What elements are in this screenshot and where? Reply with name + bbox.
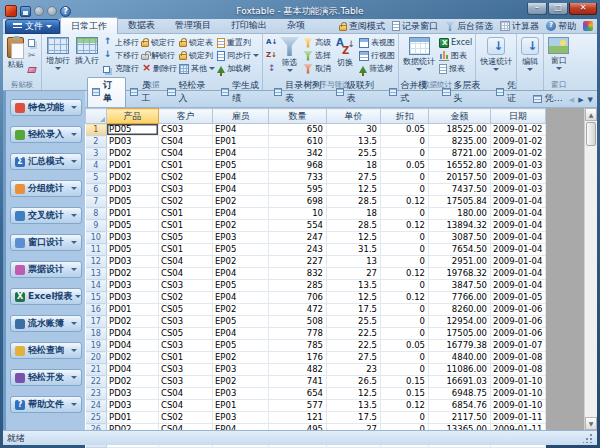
grid-cell[interactable]: 0.15 — [381, 376, 429, 388]
grid-cell[interactable]: 0 — [381, 208, 429, 220]
row-number[interactable]: 20 — [86, 352, 107, 364]
grid-cell[interactable]: 2009-01-04 — [491, 220, 546, 232]
button-克隆行[interactable]: 克隆行 — [102, 62, 140, 75]
grid-cell[interactable]: 2951.00 — [429, 256, 491, 268]
grid-cell[interactable]: 16779.38 — [429, 340, 491, 352]
add-row-button[interactable]: 增加行 — [44, 36, 72, 71]
sort-asc-button[interactable] — [265, 36, 277, 49]
grid-cell[interactable]: EP04 — [213, 124, 269, 136]
help-icon[interactable]: ? — [60, 6, 71, 17]
row-number[interactable]: 19 — [86, 340, 107, 352]
grid-cell[interactable]: 0.15 — [381, 388, 429, 400]
row-number[interactable]: 25 — [86, 412, 107, 424]
row-number[interactable]: 8 — [86, 208, 107, 220]
grid-cell[interactable]: CS01 — [159, 220, 213, 232]
grid-cell[interactable]: CS03 — [159, 280, 213, 292]
grid-cell[interactable]: CS02 — [159, 196, 213, 208]
grid-cell[interactable]: 13.5 — [327, 400, 381, 412]
scrollbar-thumb[interactable] — [586, 122, 596, 146]
grid-cell[interactable]: 0.05 — [381, 160, 429, 172]
edit-button[interactable]: 编辑 — [519, 36, 541, 72]
grid-cell[interactable]: 508 — [269, 316, 327, 328]
grid-cell[interactable]: 28.5 — [327, 196, 381, 208]
grid-cell[interactable]: 11086.00 — [429, 364, 491, 376]
grid-cell[interactable]: PD03 — [107, 388, 159, 400]
grid-cell[interactable]: 554 — [269, 220, 327, 232]
grid-cell[interactable]: PD02 — [107, 352, 159, 364]
row-number[interactable]: 2 — [86, 136, 107, 148]
minimize-button[interactable]: – — [527, 3, 547, 15]
grid-cell[interactable]: 10 — [269, 208, 327, 220]
grid-cell[interactable]: 0 — [381, 232, 429, 244]
grid-cell[interactable]: 26.5 — [327, 376, 381, 388]
button-取消[interactable]: 取消 — [302, 62, 332, 75]
grid-cell[interactable]: 2009-01-04 — [491, 244, 546, 256]
tool-lock[interactable]: 查阅模式 — [339, 20, 385, 33]
button-锁定列[interactable]: 锁定列 — [178, 49, 216, 62]
row-number[interactable]: 13 — [86, 268, 107, 280]
grid-cell[interactable]: 595 — [269, 184, 327, 196]
scroll-up-icon[interactable]: ▲ — [585, 108, 597, 121]
vertical-scrollbar[interactable]: ▲ ▼ — [584, 108, 597, 430]
grid-cell[interactable]: CS03 — [159, 340, 213, 352]
cut-button[interactable] — [27, 49, 39, 62]
grid-cell[interactable]: EP02 — [213, 220, 269, 232]
grid-cell[interactable]: 2009-01-06 — [491, 328, 546, 340]
grid-cell[interactable]: 0.12 — [381, 220, 429, 232]
grid-cell[interactable]: PD02 — [107, 316, 159, 328]
tool-help[interactable]: 帮助 — [546, 20, 576, 33]
grid-cell[interactable]: 16552.80 — [429, 160, 491, 172]
grid-cell[interactable]: 0 — [381, 316, 429, 328]
grid-cell[interactable]: 7437.50 — [429, 184, 491, 196]
row-number[interactable]: 18 — [86, 328, 107, 340]
row-number[interactable]: 12 — [86, 256, 107, 268]
grid-cell[interactable]: 13.5 — [327, 280, 381, 292]
grid-cell[interactable]: 3087.50 — [429, 232, 491, 244]
grid-cell[interactable]: PD02 — [107, 376, 159, 388]
grid-cell[interactable]: 0 — [381, 328, 429, 340]
grid-cell[interactable]: 2009-01-10 — [491, 400, 546, 412]
grid-cell[interactable]: EP05 — [213, 244, 269, 256]
button-锁定行[interactable]: 锁定行 — [140, 36, 178, 49]
grid-cell[interactable]: 2009-01-02 — [491, 124, 546, 136]
button-上移行[interactable]: 上移行 — [102, 36, 140, 49]
grid-cell[interactable]: CS01 — [159, 160, 213, 172]
grid-cell[interactable]: 285 — [269, 280, 327, 292]
grid-cell[interactable]: 180.00 — [429, 208, 491, 220]
grid-cell[interactable]: 13.5 — [327, 136, 381, 148]
grid-cell[interactable]: EP05 — [213, 280, 269, 292]
sort-desc-button[interactable] — [265, 49, 277, 62]
grid-cell[interactable]: CS01 — [159, 352, 213, 364]
grid-cell[interactable]: EP01 — [213, 400, 269, 412]
grid-cell[interactable]: EP03 — [213, 388, 269, 400]
column-header-折扣[interactable]: 折扣 — [381, 109, 429, 124]
grid-cell[interactable]: 19768.32 — [429, 268, 491, 280]
grid-cell[interactable]: 17.5 — [327, 304, 381, 316]
undo-icon[interactable] — [34, 6, 44, 16]
grid-cell[interactable]: PD05 — [107, 220, 159, 232]
grid-cell[interactable]: 2009-01-03 — [491, 160, 546, 172]
button-其他[interactable]: 其他 — [178, 62, 216, 75]
grid-cell[interactable]: 482 — [269, 364, 327, 376]
row-number[interactable]: 6 — [86, 184, 107, 196]
grid-cell[interactable]: 0 — [381, 412, 429, 424]
table-tab-10[interactable]: 凭… — [529, 91, 569, 107]
grid-cell[interactable]: CS03 — [159, 124, 213, 136]
grid-cell[interactable]: 0 — [381, 364, 429, 376]
grid-cell[interactable]: 2009-01-04 — [491, 196, 546, 208]
grid-cell[interactable]: 16691.03 — [429, 376, 491, 388]
scrollbar-track[interactable] — [585, 147, 597, 417]
grid-cell[interactable]: 28.5 — [327, 220, 381, 232]
grid-cell[interactable]: CS02 — [159, 172, 213, 184]
grid-cell[interactable]: 18 — [327, 208, 381, 220]
grid-cell[interactable]: 785 — [269, 340, 327, 352]
grid-cell[interactable]: 23 — [327, 364, 381, 376]
grid-cell[interactable]: 18525.00 — [429, 124, 491, 136]
sidebar-item-cross-stats[interactable]: 交叉统计 — [10, 207, 82, 224]
grid-cell[interactable]: 2009-01-04 — [491, 256, 546, 268]
grid-cell[interactable]: 472 — [269, 304, 327, 316]
grid-cell[interactable]: PD01 — [107, 304, 159, 316]
grid-cell[interactable]: 2117.50 — [429, 412, 491, 424]
button-下移行[interactable]: 下移行 — [102, 49, 140, 62]
column-header-单价[interactable]: 单价 — [327, 109, 381, 124]
